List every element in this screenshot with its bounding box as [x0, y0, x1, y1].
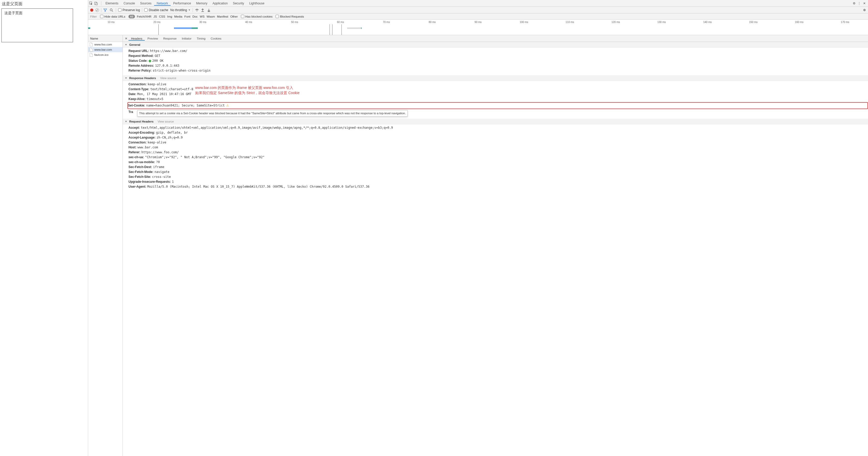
search-icon[interactable]: [110, 8, 114, 12]
timeline-tick: 100 ms: [501, 21, 547, 24]
document-icon: [90, 48, 93, 52]
header-key: Upgrade-Insecure-Requests:: [128, 179, 171, 184]
request-details-panel: ✕ HeadersPreviewResponseInitiatorTimingC…: [123, 35, 868, 456]
type-filter-css[interactable]: CSS: [159, 15, 165, 18]
header-key: Referrer Policy:: [128, 68, 152, 73]
svg-line-4: [112, 10, 113, 12]
devtools-tab-application[interactable]: Application: [210, 2, 230, 5]
header-key: Sec-Fetch-Dest:: [128, 165, 152, 170]
header-key: Sec-Fetch-Site:: [128, 175, 151, 179]
header-key: Accept:: [128, 125, 140, 130]
svg-point-5: [197, 10, 197, 11]
timeline-tick: 60 ms: [317, 21, 363, 24]
export-har-icon[interactable]: [207, 8, 212, 12]
view-source-link[interactable]: View source: [160, 77, 176, 80]
header-value: name=haochuan9421; Secure; SameSite=Stri…: [146, 103, 225, 108]
type-filter-js[interactable]: JS: [154, 15, 157, 18]
type-filter-wasm[interactable]: Wasm: [207, 15, 215, 18]
parent-page-title: 这是父页面: [1, 1, 87, 7]
timeline-marker: [332, 24, 333, 35]
header-key: Content-Type:: [128, 87, 149, 92]
type-filter-img[interactable]: Img: [167, 15, 172, 18]
request-row[interactable]: www.bar.com: [88, 47, 123, 52]
network-timeline[interactable]: 10 ms20 ms30 ms40 ms50 ms60 ms70 ms80 ms…: [88, 20, 868, 35]
devtools-tab-memory[interactable]: Memory: [194, 2, 210, 5]
filter-input[interactable]: Filter: [90, 15, 97, 18]
type-filter-font[interactable]: Font: [184, 15, 190, 18]
name-column-header[interactable]: Name: [88, 35, 123, 42]
timeline-tick: 20 ms: [134, 21, 180, 24]
devtools-tab-security[interactable]: Security: [230, 2, 247, 5]
request-row[interactable]: www.foo.com: [88, 42, 123, 47]
device-toolbar-icon[interactable]: [94, 2, 99, 5]
settings-icon[interactable]: ⚙: [851, 2, 857, 5]
details-tab-response[interactable]: Response: [160, 37, 179, 40]
annotation-text: www.bar.com 的页面作为 iframe 被父页面 www.foo.co…: [195, 85, 300, 95]
type-filter-media[interactable]: Media: [174, 15, 182, 18]
timeline-bar: [174, 27, 198, 29]
type-filter-doc[interactable]: Doc: [192, 15, 197, 18]
warning-icon: ⚠: [226, 103, 229, 108]
header-value: cross-site: [152, 175, 170, 179]
request-list: Name www.foo.comwww.bar.comfavicon.ico: [88, 35, 123, 456]
timeline-marker: [158, 24, 159, 35]
details-tab-initiator[interactable]: Initiator: [179, 37, 194, 40]
devtools-tab-lighthouse[interactable]: Lighthouse: [247, 2, 267, 5]
close-details-icon[interactable]: ✕: [124, 37, 128, 40]
header-key: Request URL:: [128, 49, 149, 54]
header-key: Accept-Language:: [128, 135, 156, 140]
clear-button[interactable]: [95, 8, 99, 12]
header-key: Status Code:: [128, 58, 148, 63]
header-key: Date:: [128, 92, 136, 97]
blocked-requests-checkbox[interactable]: Blocked Requests: [276, 15, 304, 18]
throttling-select[interactable]: No throttling▼: [170, 8, 191, 12]
inspect-element-icon[interactable]: [89, 2, 94, 5]
type-filter-other[interactable]: Other: [230, 15, 238, 18]
disable-cache-checkbox[interactable]: Disable cache: [144, 8, 168, 12]
filter-toggle-icon[interactable]: [103, 8, 107, 12]
request-row[interactable]: favicon.ico: [88, 52, 123, 57]
devtools-tab-sources[interactable]: Sources: [137, 2, 154, 5]
preserve-log-checkbox[interactable]: Preserve log: [118, 8, 140, 12]
more-icon[interactable]: ⋮: [857, 2, 862, 5]
has-blocked-cookies-checkbox[interactable]: Has blocked cookies: [241, 15, 273, 18]
general-section-header[interactable]: ▼General: [123, 42, 868, 48]
timeline-tick: 70 ms: [364, 21, 409, 24]
devtools-main-tabs: ElementsConsoleSourcesNetworkPerformance…: [88, 0, 868, 7]
header-value: Mozilla/5.0 (Macintosh; Intel Mac OS X 1…: [147, 184, 370, 189]
devtools-tab-console[interactable]: Console: [121, 2, 137, 5]
close-devtools-icon[interactable]: ✕: [862, 2, 867, 5]
type-filter-manifest[interactable]: Manifest: [217, 15, 228, 18]
document-icon: [90, 43, 93, 46]
view-source-link[interactable]: View source: [158, 120, 174, 123]
header-value: "Chromium";v="92", " Not A;Brand";v="99"…: [145, 155, 265, 160]
header-key: Accept-Encoding:: [128, 130, 155, 135]
request-headers-section-header[interactable]: ▼Request Headers View source: [123, 119, 868, 124]
import-har-icon[interactable]: [201, 8, 205, 12]
header-key: User-Agent:: [128, 184, 146, 189]
document-icon: [90, 53, 93, 57]
details-tab-cookies[interactable]: Cookies: [208, 37, 224, 40]
timeline-tick: 140 ms: [684, 21, 730, 24]
network-settings-icon[interactable]: ⚙: [863, 8, 866, 12]
network-conditions-icon[interactable]: [195, 8, 199, 12]
header-value: 200 OK: [149, 58, 163, 63]
details-tab-headers[interactable]: Headers: [128, 37, 145, 40]
devtools-tab-elements[interactable]: Elements: [103, 2, 121, 5]
type-filter-fetch-xhr[interactable]: Fetch/XHR: [137, 15, 152, 18]
header-key: Connection:: [128, 140, 147, 145]
devtools-tab-performance[interactable]: Performance: [170, 2, 194, 5]
details-tab-timing[interactable]: Timing: [194, 37, 208, 40]
devtools-tab-network[interactable]: Network: [154, 2, 170, 6]
type-filter-ws[interactable]: WS: [200, 15, 205, 18]
timeline-tick: 160 ms: [776, 21, 822, 24]
cookie-blocked-tooltip: This attempt to set a cookie via a Set-C…: [137, 110, 408, 117]
details-tab-preview[interactable]: Preview: [145, 37, 160, 40]
header-value: timeout=5: [147, 97, 163, 101]
response-headers-section-header[interactable]: ▼Response Headers View source: [123, 75, 868, 81]
hide-data-urls-checkbox[interactable]: Hide data URLs: [100, 15, 125, 18]
type-filter-all[interactable]: All: [128, 15, 135, 18]
record-button[interactable]: [90, 8, 93, 12]
timeline-tick: 150 ms: [731, 21, 776, 24]
request-name: favicon.ico: [94, 52, 108, 57]
